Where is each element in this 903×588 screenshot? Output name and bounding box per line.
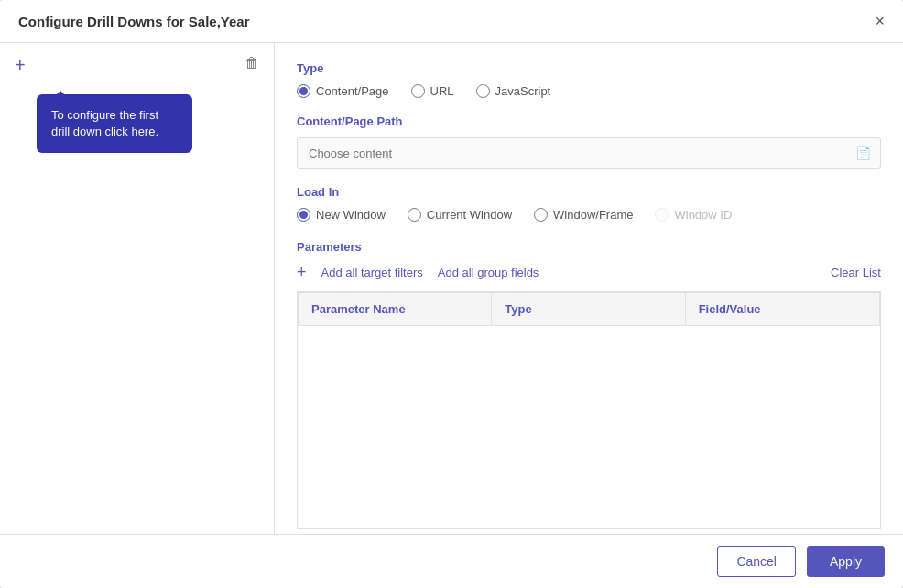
close-button[interactable]: × <box>875 13 885 29</box>
content-path-input-row: 📄 <box>297 137 881 169</box>
parameters-table-header: Parameter Name Type Field/Value <box>298 292 880 326</box>
type-option-url[interactable]: URL <box>411 84 454 98</box>
load-in-section: Load In New Window Current Window Window… <box>297 185 881 222</box>
dialog-title: Configure Drill Downs for Sale,Year <box>18 14 250 29</box>
load-in-new-window-label: New Window <box>316 208 386 222</box>
load-in-option-new-window[interactable]: New Window <box>297 208 386 222</box>
add-group-fields-link[interactable]: Add all group fields <box>438 266 539 279</box>
load-in-radio-group: New Window Current Window Window/Frame W… <box>297 208 881 222</box>
clear-list-button[interactable]: Clear List <box>831 266 881 279</box>
col-type: Type <box>492 293 685 325</box>
dialog-footer: Cancel Apply <box>0 534 903 588</box>
type-option-content-page[interactable]: Content/Page <box>297 84 389 98</box>
tooltip-box: To configure the first drill down click … <box>37 94 192 153</box>
load-in-label: Load In <box>297 185 881 199</box>
dialog-body: + 🗑 To configure the first drill down cl… <box>0 43 903 534</box>
add-parameter-button[interactable]: + <box>297 263 307 282</box>
parameters-table-body <box>298 326 880 528</box>
cancel-button[interactable]: Cancel <box>717 546 796 577</box>
dialog-header: Configure Drill Downs for Sale,Year × <box>0 0 903 43</box>
content-path-input[interactable] <box>298 139 846 168</box>
content-path-label: Content/Page Path <box>297 114 881 128</box>
content-path-section: Content/Page Path 📄 <box>297 114 881 169</box>
type-radio-group: Content/Page URL JavaScript <box>297 84 881 98</box>
parameters-toolbar: + Add all target filters Add all group f… <box>297 263 881 282</box>
configure-drill-downs-dialog: Configure Drill Downs for Sale,Year × + … <box>0 0 903 588</box>
parameters-table-wrapper: Parameter Name Type Field/Value <box>297 291 881 529</box>
type-content-page-label: Content/Page <box>316 84 389 98</box>
load-in-window-frame-label: Window/Frame <box>553 208 633 222</box>
type-url-label: URL <box>430 84 454 98</box>
add-drill-down-button[interactable]: + <box>15 56 26 74</box>
load-in-option-window-frame[interactable]: Window/Frame <box>534 208 633 222</box>
tooltip-text: To configure the first drill down click … <box>51 108 158 138</box>
load-in-current-window-label: Current Window <box>427 208 512 222</box>
file-icon: 📄 <box>846 138 880 168</box>
load-in-window-id-label: Window ID <box>674 208 732 222</box>
load-in-option-window-id: Window ID <box>655 208 732 222</box>
type-section-label: Type <box>297 61 881 75</box>
type-option-javascript[interactable]: JavaScript <box>476 84 551 98</box>
add-target-filters-link[interactable]: Add all target filters <box>321 266 423 279</box>
parameters-section: Parameters + Add all target filters Add … <box>297 240 881 529</box>
load-in-option-current-window[interactable]: Current Window <box>408 208 512 222</box>
delete-drill-down-button[interactable]: 🗑 <box>245 56 259 71</box>
apply-button[interactable]: Apply <box>807 546 885 577</box>
col-field-value: Field/Value <box>686 293 879 325</box>
parameters-label: Parameters <box>297 240 881 254</box>
type-javascript-label: JavaScript <box>495 84 551 98</box>
right-panel: Type Content/Page URL JavaScript Content… <box>275 43 903 534</box>
col-parameter-name: Parameter Name <box>299 293 492 325</box>
left-panel: + 🗑 To configure the first drill down cl… <box>0 43 275 534</box>
